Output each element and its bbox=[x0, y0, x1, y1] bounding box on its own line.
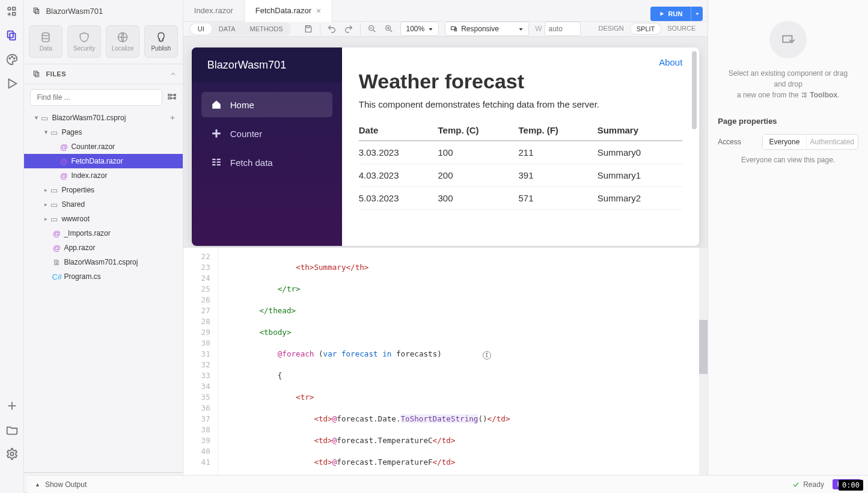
layout-tabs: DESIGN SPLIT SOURCE bbox=[593, 23, 702, 35]
side-panel: BlazorWasm701 Data Security Localize Pub… bbox=[24, 0, 183, 493]
tree-program[interactable]: C#Program.cs bbox=[24, 269, 182, 284]
tree-settings-icon[interactable] bbox=[167, 93, 177, 102]
width-input[interactable] bbox=[545, 22, 581, 36]
localize-tool[interactable]: Localize bbox=[106, 25, 139, 58]
svg-marker-40 bbox=[429, 28, 433, 31]
file-tree: ▼▭BlazorWasm701.csproj＋ ▼▭Pages @Counter… bbox=[24, 111, 182, 472]
tree-counter[interactable]: @Counter.razor bbox=[24, 139, 182, 154]
explorer-icon[interactable] bbox=[5, 29, 19, 42]
tree-fetchdata[interactable]: @FetchData.razor bbox=[24, 154, 182, 168]
preview-heading: Weather forecast bbox=[359, 70, 683, 93]
run-button[interactable]: RUN bbox=[650, 7, 691, 21]
preview-nav-counter[interactable]: Counter bbox=[201, 121, 332, 146]
status-bar: ▲Show Output Ready Profes bbox=[28, 475, 868, 493]
editor-tabs: Index.razor FetchData.razor× RUN bbox=[183, 0, 708, 22]
view-mode-segment: UI DATA METHODS bbox=[189, 22, 292, 35]
data-tool[interactable]: Data bbox=[29, 25, 63, 58]
device-select[interactable]: Responsive bbox=[445, 22, 529, 36]
run-debug-icon[interactable] bbox=[5, 77, 19, 90]
svg-rect-46 bbox=[212, 159, 215, 160]
preview-nav-fetch[interactable]: Fetch data bbox=[201, 150, 332, 175]
side-tools: Data Security Localize Publish bbox=[24, 22, 182, 64]
activity-rail bbox=[0, 0, 24, 493]
tree-shared[interactable]: ▸▭Shared bbox=[24, 197, 182, 212]
svg-point-13 bbox=[10, 452, 14, 456]
preview-table: DateTemp. (C)Temp. (F)Summary 3.03.20231… bbox=[359, 120, 683, 210]
svg-point-16 bbox=[42, 33, 49, 36]
tree-pages[interactable]: ▼▭Pages bbox=[24, 125, 182, 139]
status-ready: Ready bbox=[792, 480, 824, 489]
zoom-out-icon[interactable] bbox=[367, 23, 377, 34]
tree-properties[interactable]: ▸▭Properties bbox=[24, 183, 182, 197]
tab-fetchdata[interactable]: FetchData.razor× bbox=[245, 0, 332, 22]
svg-marker-10 bbox=[8, 79, 16, 88]
svg-rect-49 bbox=[217, 159, 221, 160]
drop-target-icon bbox=[769, 21, 807, 58]
tree-index[interactable]: @Index.razor bbox=[24, 168, 182, 183]
svg-point-9 bbox=[13, 58, 14, 59]
svg-point-8 bbox=[11, 57, 13, 58]
view-source[interactable]: SOURCE bbox=[661, 23, 701, 35]
access-authenticated[interactable]: Authenticated bbox=[806, 135, 858, 149]
preview-scrollbar[interactable] bbox=[692, 51, 697, 129]
seg-methods[interactable]: METHODS bbox=[242, 23, 290, 34]
toolbox-icon[interactable] bbox=[5, 5, 19, 18]
svg-rect-32 bbox=[307, 26, 310, 28]
files-panel-head: FILES bbox=[24, 64, 182, 84]
palette-icon[interactable] bbox=[5, 53, 19, 66]
redo-icon[interactable] bbox=[343, 23, 354, 34]
svg-rect-25 bbox=[174, 97, 176, 99]
preview-desc: This component demonstrates fetching dat… bbox=[359, 99, 683, 109]
code-editor[interactable]: 2223242526272829303132333435363738394041… bbox=[183, 247, 708, 493]
table-row: 5.03.2023300571Summary2 bbox=[359, 187, 683, 210]
publish-tool[interactable]: Publish bbox=[144, 25, 178, 58]
close-tab-icon[interactable]: × bbox=[316, 6, 321, 16]
tree-csproj[interactable]: 🗎BlazorWasm701.csproj bbox=[24, 255, 182, 269]
zoom-select[interactable]: 100% bbox=[400, 22, 439, 36]
add-icon[interactable] bbox=[5, 399, 19, 412]
text-cursor-icon: I bbox=[483, 351, 491, 360]
svg-rect-54 bbox=[804, 93, 806, 94]
save-icon[interactable] bbox=[303, 23, 314, 34]
access-everyone[interactable]: Everyone bbox=[763, 135, 805, 149]
view-design[interactable]: DESIGN bbox=[593, 23, 630, 35]
open-folder-icon[interactable] bbox=[5, 423, 19, 436]
svg-rect-21 bbox=[168, 97, 171, 99]
run-dropdown[interactable] bbox=[691, 7, 703, 21]
svg-point-7 bbox=[9, 58, 10, 59]
tab-index[interactable]: Index.razor bbox=[183, 0, 245, 21]
access-note: Everyone can view this page. bbox=[718, 156, 858, 164]
table-row: 4.03.2023200391Summary1 bbox=[359, 164, 683, 187]
preview-brand: BlazorWasm701 bbox=[192, 47, 342, 82]
find-file-input[interactable] bbox=[30, 89, 162, 106]
security-tool[interactable]: Security bbox=[67, 25, 101, 58]
collapse-icon[interactable] bbox=[170, 70, 177, 78]
svg-rect-45 bbox=[212, 133, 221, 135]
tree-imports[interactable]: @_Imports.razor bbox=[24, 226, 182, 240]
svg-line-34 bbox=[373, 30, 375, 32]
settings-icon[interactable] bbox=[5, 447, 19, 461]
svg-rect-51 bbox=[217, 164, 221, 165]
preview-canvas: BlazorWasm701 Home Counter Fetch data Ab… bbox=[192, 47, 700, 246]
svg-marker-43 bbox=[519, 28, 523, 31]
tree-app[interactable]: @App.razor bbox=[24, 240, 182, 255]
svg-rect-20 bbox=[168, 94, 171, 96]
tree-wwwroot[interactable]: ▸▭wwwroot bbox=[24, 212, 182, 226]
svg-rect-48 bbox=[212, 164, 215, 165]
zoom-in-icon[interactable] bbox=[384, 23, 394, 34]
svg-point-53 bbox=[802, 93, 804, 94]
preview-nav-home[interactable]: Home bbox=[201, 92, 332, 117]
svg-point-0 bbox=[8, 7, 11, 10]
show-output[interactable]: ▲Show Output bbox=[35, 480, 87, 489]
undo-icon[interactable] bbox=[326, 23, 337, 34]
tree-root[interactable]: ▼▭BlazorWasm701.csproj＋ bbox=[24, 111, 182, 125]
seg-ui[interactable]: UI bbox=[191, 23, 212, 34]
seg-data[interactable]: DATA bbox=[212, 23, 243, 34]
svg-rect-24 bbox=[174, 94, 176, 96]
project-head: BlazorWasm701 bbox=[24, 0, 182, 22]
view-split[interactable]: SPLIT bbox=[630, 23, 662, 35]
add-file-icon[interactable]: ＋ bbox=[168, 112, 177, 123]
preview-about-link[interactable]: About bbox=[659, 57, 682, 67]
designer-toolbar: UI DATA METHODS 100% Responsive W DESIGN… bbox=[183, 22, 708, 37]
minimap[interactable] bbox=[699, 248, 708, 493]
